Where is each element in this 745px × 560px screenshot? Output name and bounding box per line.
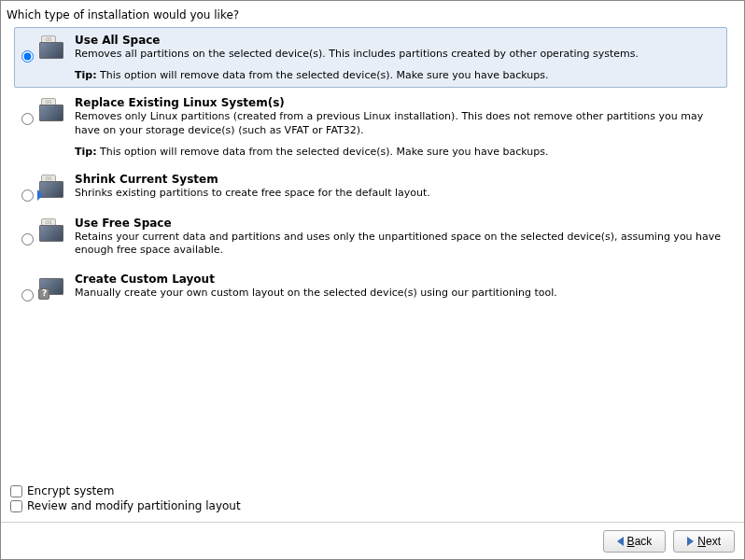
disk-icon: OS — [39, 98, 63, 122]
checkbox-encrypt[interactable] — [10, 485, 22, 497]
option-tip: Tip: This option will remove data from t… — [75, 146, 723, 158]
checkbox-encrypt-label: Encrypt system — [27, 484, 114, 497]
disk-custom-icon — [39, 274, 63, 299]
arrow-left-icon — [617, 537, 624, 546]
option-title: Use All Space — [75, 34, 723, 47]
radio-create-custom[interactable] — [21, 289, 34, 301]
checkbox-review[interactable] — [10, 500, 22, 512]
option-use-all-space[interactable]: OS Use All Space Removes all partitions … — [14, 27, 727, 88]
option-title: Replace Existing Linux System(s) — [75, 96, 723, 109]
footer: Back Next — [1, 522, 744, 559]
radio-shrink-current[interactable] — [21, 189, 34, 202]
option-desc: Retains your current data and partitions… — [75, 231, 723, 259]
option-desc: Manually create your own custom layout o… — [75, 287, 723, 301]
disk-icon: OS — [39, 218, 63, 243]
installation-options: OS Use All Space Removes all partitions … — [1, 25, 744, 308]
radio-replace-existing[interactable] — [21, 113, 34, 125]
option-tip: Tip: This option will remove data from t… — [75, 69, 723, 81]
option-title: Use Free Space — [75, 217, 723, 230]
next-button[interactable]: Next — [673, 530, 735, 553]
back-label-rest: ack — [635, 535, 653, 548]
checkbox-encrypt-row[interactable]: Encrypt system — [10, 484, 241, 497]
radio-use-free-space[interactable] — [21, 233, 34, 245]
option-replace-existing[interactable]: OS Replace Existing Linux System(s) Remo… — [14, 90, 727, 164]
checkbox-review-row[interactable]: Review and modify partitioning layout — [10, 499, 241, 512]
option-create-custom[interactable]: Create Custom Layout Manually create you… — [14, 266, 727, 308]
page-title: Which type of installation would you lik… — [1, 1, 744, 25]
radio-use-all-space[interactable] — [21, 50, 34, 63]
option-desc: Removes only Linux partitions (created f… — [75, 110, 723, 138]
back-button[interactable]: Back — [603, 530, 667, 553]
next-label-rest: ext — [706, 535, 721, 548]
disk-shrink-icon: OS — [39, 175, 63, 199]
disk-icon: OS — [39, 35, 63, 60]
option-desc: Removes all partitions on the selected d… — [75, 48, 723, 62]
option-title: Create Custom Layout — [75, 273, 723, 286]
option-title: Shrink Current System — [75, 173, 723, 186]
option-shrink-current[interactable]: OS Shrink Current System Shrinks existin… — [14, 166, 727, 208]
checkbox-review-label: Review and modify partitioning layout — [27, 499, 241, 512]
option-use-free-space[interactable]: OS Use Free Space Retains your current d… — [14, 210, 727, 265]
extra-options: Encrypt system Review and modify partiti… — [10, 484, 241, 514]
arrow-right-icon — [687, 537, 694, 546]
option-desc: Shrinks existing partitions to create fr… — [75, 187, 723, 201]
